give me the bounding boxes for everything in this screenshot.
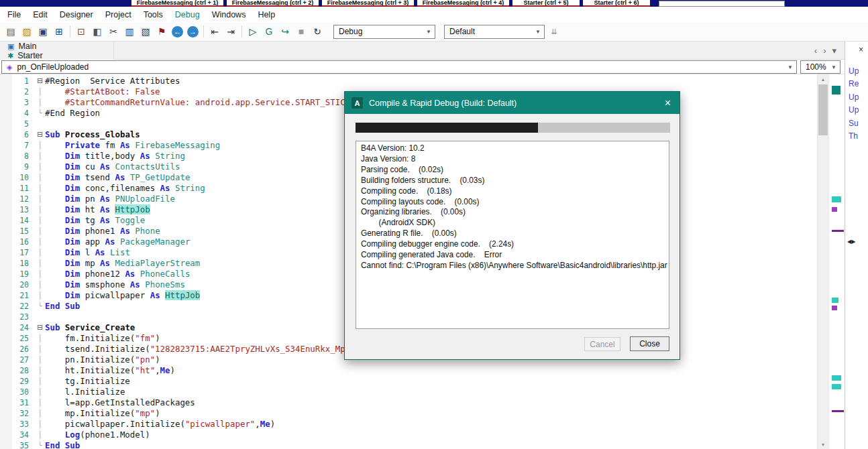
window-tab[interactable]: Starter (ctrl + 5) bbox=[512, 0, 580, 7]
zoom-value: 100% bbox=[806, 62, 826, 72]
tab-label: Starter bbox=[17, 51, 43, 60]
chevron-down-icon: ▼ bbox=[828, 62, 839, 72]
window-tab[interactable]: Starter (ctrl + 6) bbox=[583, 0, 650, 7]
right-panel-header: × bbox=[845, 42, 868, 59]
panel-item[interactable]: Up bbox=[849, 91, 868, 104]
scroll-annotation-mark bbox=[832, 207, 837, 212]
code-line: 35└End Sub bbox=[0, 440, 817, 449]
fold-toggle-icon[interactable]: ⊟ bbox=[35, 76, 45, 86]
panel-item[interactable]: Su bbox=[849, 117, 868, 130]
outdent-icon[interactable]: ⇤ bbox=[207, 24, 222, 39]
editor-tab-main[interactable]: ▣Main bbox=[0, 42, 114, 51]
save-icon[interactable]: ▣ bbox=[36, 24, 50, 39]
right-panel-items: UpReUpUpSuTh bbox=[845, 59, 868, 143]
member-selector-combobox[interactable]: ◈ pn_OnFileUploaded ▼ bbox=[1, 60, 797, 74]
designer-icon[interactable]: ⊡ bbox=[74, 24, 89, 39]
line-number: 8 bbox=[0, 151, 35, 162]
cut-icon[interactable]: ✂ bbox=[106, 24, 121, 39]
compile-dialog: A Compile & Rapid Debug (Build: Default)… bbox=[344, 91, 680, 360]
menu-designer[interactable]: Designer bbox=[54, 8, 99, 21]
dialog-title: Compile & Rapid Debug (Build: Default) bbox=[369, 99, 657, 108]
copy-icon[interactable]: ▥ bbox=[122, 24, 137, 39]
dialog-close-icon[interactable]: × bbox=[663, 98, 673, 109]
dialog-body: B4A Version: 10.2Java Version: 8Parsing … bbox=[345, 114, 680, 359]
menu-tools[interactable]: Tools bbox=[138, 8, 169, 21]
dialog-titlebar[interactable]: A Compile & Rapid Debug (Build: Default)… bbox=[345, 92, 680, 114]
panel-item[interactable]: Up bbox=[849, 104, 868, 117]
scroll-up-icon[interactable]: ▲ bbox=[818, 74, 828, 84]
line-number: 17 bbox=[0, 247, 35, 258]
layouts-icon[interactable]: ◧ bbox=[90, 24, 105, 39]
menu-edit[interactable]: Edit bbox=[27, 8, 54, 21]
build-config-combobox[interactable]: Default ▼ bbox=[444, 25, 545, 39]
build-mode-value: Debug bbox=[339, 27, 362, 36]
fold-guide: │ bbox=[35, 140, 45, 151]
quick-search-input[interactable] bbox=[659, 1, 785, 7]
fold-toggle-icon[interactable]: ⊟ bbox=[35, 322, 45, 333]
menu-windows[interactable]: Windows bbox=[206, 8, 252, 21]
tab-scroll-right-icon[interactable]: › bbox=[823, 46, 826, 56]
build-mode-combobox[interactable]: Debug ▼ bbox=[333, 25, 435, 39]
code-line: 30│ l.Initialize bbox=[0, 387, 817, 397]
vertical-scrollbar[interactable]: ▲ ▼ bbox=[817, 74, 828, 449]
fold-guide: │ bbox=[35, 419, 45, 430]
member-navigation-bar: ◈ pn_OnFileUploaded ▼ 100% ▼ bbox=[0, 60, 845, 74]
toolbar-separator bbox=[241, 25, 242, 38]
panel-item[interactable]: Up bbox=[849, 65, 868, 78]
fold-guide: └ bbox=[35, 440, 45, 449]
indent-icon[interactable]: ⇥ bbox=[223, 24, 238, 39]
save-all-icon[interactable]: ⊞ bbox=[52, 24, 66, 39]
splitter-handle-icon[interactable]: ◀▶ bbox=[847, 239, 855, 245]
annotation-strip[interactable] bbox=[828, 74, 845, 449]
compile-progressbar bbox=[356, 123, 670, 133]
window-tab[interactable]: FirebaseMessaging (ctrl + 1) bbox=[131, 0, 223, 7]
window-tab[interactable]: FirebaseMessaging (ctrl + 3) bbox=[322, 0, 414, 7]
fold-guide bbox=[35, 312, 45, 322]
zoom-combobox[interactable]: 100% ▼ bbox=[800, 60, 840, 74]
scroll-down-icon[interactable]: ▼ bbox=[818, 440, 828, 449]
window-tab[interactable]: FirebaseMessaging (ctrl + 4) bbox=[417, 0, 509, 7]
bookmark-icon[interactable]: ⚑ bbox=[154, 24, 169, 39]
editor-tab-starter[interactable]: ✱Starter bbox=[0, 51, 114, 60]
menu-debug[interactable]: Debug bbox=[169, 8, 206, 21]
scroll-annotation-mark bbox=[832, 384, 841, 389]
log-line: (AndroidX SDK) bbox=[361, 218, 664, 229]
line-number: 31 bbox=[0, 397, 35, 408]
build-options-icon[interactable]: ⇊ bbox=[549, 27, 559, 36]
chevron-down-icon: ▼ bbox=[533, 26, 543, 38]
close-button[interactable]: Close bbox=[630, 336, 669, 351]
resume-icon[interactable]: ↪ bbox=[278, 24, 292, 39]
window-tab[interactable]: FirebaseMessaging (ctrl + 2) bbox=[227, 0, 319, 7]
new-file-icon[interactable]: ▤ bbox=[3, 24, 18, 39]
menu-project[interactable]: Project bbox=[99, 8, 138, 21]
panel-item[interactable]: Re bbox=[849, 78, 868, 90]
scrollbar-thumb[interactable] bbox=[818, 84, 828, 135]
fold-guide: │ bbox=[35, 204, 45, 215]
paste-icon[interactable]: ▧ bbox=[138, 24, 153, 39]
line-number: 20 bbox=[0, 279, 35, 290]
scroll-annotation-mark bbox=[832, 306, 837, 310]
menu-file[interactable]: File bbox=[1, 8, 27, 21]
fold-toggle-icon[interactable]: ⊟ bbox=[35, 129, 45, 140]
fold-guide: └ bbox=[35, 108, 45, 119]
fold-guide: │ bbox=[35, 194, 45, 204]
stop-icon[interactable]: ■ bbox=[294, 24, 309, 39]
panel-item[interactable]: Th bbox=[849, 130, 868, 143]
tab-strip-controls: ‹›▾ bbox=[814, 42, 845, 59]
nav-back-icon[interactable]: ← bbox=[172, 26, 183, 38]
tab-list-icon[interactable]: ▾ bbox=[832, 46, 836, 56]
toolbar-separator bbox=[203, 25, 204, 38]
rapid-debug-icon[interactable]: G bbox=[262, 24, 276, 39]
open-project-icon[interactable]: ▨ bbox=[19, 24, 34, 39]
tab-scroll-left-icon[interactable]: ‹ bbox=[814, 46, 817, 56]
cancel-button[interactable]: Cancel bbox=[584, 337, 620, 351]
fold-guide: │ bbox=[35, 226, 45, 237]
menu-help[interactable]: Help bbox=[252, 8, 281, 21]
run-icon[interactable]: ▷ bbox=[246, 24, 260, 39]
nav-forward-icon[interactable]: → bbox=[187, 26, 199, 38]
toolbar-separator bbox=[70, 25, 70, 38]
line-number: 23 bbox=[0, 312, 35, 322]
fold-guide: └ bbox=[35, 301, 45, 312]
restart-icon[interactable]: ↻ bbox=[310, 24, 325, 39]
panel-close-icon[interactable]: × bbox=[859, 45, 863, 54]
